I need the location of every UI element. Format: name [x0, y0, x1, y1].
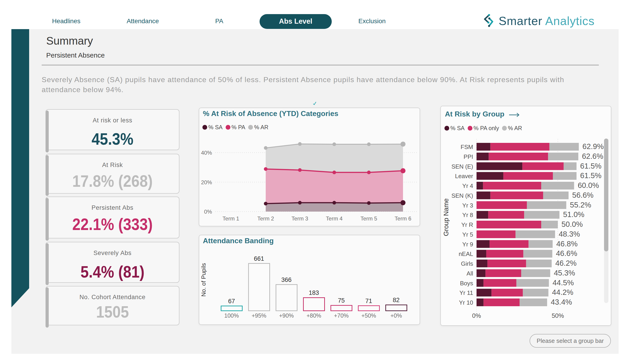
svg-text:67: 67: [228, 298, 235, 305]
svg-text:46.8%: 46.8%: [556, 240, 578, 248]
svg-text:Term 1: Term 1: [222, 215, 239, 222]
svg-text:71: 71: [365, 298, 372, 304]
svg-text:PPI: PPI: [464, 153, 473, 160]
svg-text:Term 3: Term 3: [292, 215, 308, 222]
svg-text:44.5%: 44.5%: [552, 279, 574, 287]
svg-text:Term 4: Term 4: [326, 215, 342, 222]
svg-text:61.5%: 61.5%: [580, 162, 602, 170]
svg-text:46.6%: 46.6%: [556, 249, 578, 258]
svg-text:FSM: FSM: [460, 144, 473, 150]
svg-text:50.0%: 50.0%: [562, 220, 583, 228]
svg-text:55.2%: 55.2%: [570, 201, 591, 209]
svg-text:183: 183: [309, 289, 319, 296]
svg-text:Leaver: Leaver: [455, 173, 473, 179]
svg-text:Yr 10: Yr 10: [459, 299, 473, 306]
svg-text:Girls: Girls: [461, 260, 473, 267]
svg-text:51.0%: 51.0%: [563, 210, 584, 219]
svg-text:82: 82: [393, 297, 400, 304]
svg-text:+80%: +80%: [306, 312, 321, 319]
svg-text:366: 366: [281, 276, 292, 283]
svg-text:661: 661: [254, 255, 264, 262]
svg-text:Term 2: Term 2: [257, 215, 274, 222]
svg-text:40%: 40%: [201, 150, 212, 156]
svg-text:48.3%: 48.3%: [559, 230, 580, 238]
svg-text:Yr 9: Yr 9: [462, 241, 473, 248]
svg-text:No. of Pupils: No. of Pupils: [200, 263, 207, 297]
svg-text:43.4%: 43.4%: [551, 298, 572, 306]
svg-text:SEN (E): SEN (E): [452, 163, 473, 170]
svg-text:Yr 8: Yr 8: [462, 212, 473, 218]
svg-text:Yr 11: Yr 11: [460, 289, 473, 296]
svg-text:50%: 50%: [552, 312, 564, 319]
svg-text:Group Name: Group Name: [442, 198, 450, 236]
svg-text:56.6%: 56.6%: [572, 191, 594, 199]
svg-text:SEN (K): SEN (K): [452, 192, 473, 199]
svg-text:+95%: +95%: [252, 312, 266, 319]
svg-text:61.5%: 61.5%: [580, 171, 602, 180]
svg-text:+0%: +0%: [390, 312, 402, 319]
svg-text:Boys: Boys: [460, 280, 473, 287]
svg-text:62.9%: 62.9%: [582, 142, 604, 151]
svg-text:Yr 5: Yr 5: [462, 231, 473, 238]
svg-text:Term 6: Term 6: [394, 215, 411, 222]
svg-text:0%: 0%: [472, 312, 481, 319]
svg-text:nEAL: nEAL: [458, 251, 473, 257]
svg-text:Yr 3: Yr 3: [462, 202, 473, 209]
svg-text:+90%: +90%: [279, 312, 294, 319]
svg-text:60.0%: 60.0%: [578, 181, 599, 190]
svg-text:20%: 20%: [201, 179, 212, 185]
svg-text:62.6%: 62.6%: [582, 152, 603, 160]
svg-text:46.2%: 46.2%: [555, 259, 577, 267]
svg-text:44.2%: 44.2%: [552, 288, 574, 297]
svg-text:75: 75: [338, 297, 345, 304]
svg-text:45.3%: 45.3%: [554, 269, 575, 277]
svg-text:100%: 100%: [224, 312, 239, 319]
svg-text:All: All: [466, 270, 473, 277]
svg-text:Term 5: Term 5: [360, 215, 377, 222]
svg-text:Yr R: Yr R: [461, 221, 473, 228]
svg-text:Yr 4: Yr 4: [462, 182, 473, 189]
svg-text:0%: 0%: [204, 209, 212, 215]
svg-text:+50%: +50%: [361, 312, 376, 319]
svg-text:+70%: +70%: [334, 312, 349, 319]
